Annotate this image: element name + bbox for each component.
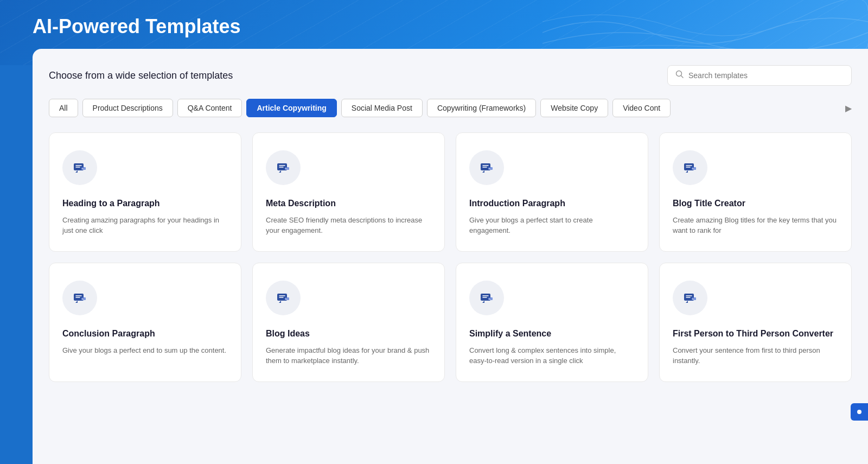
search-input[interactable] (688, 71, 844, 80)
card-icon-wrap (62, 150, 97, 185)
card-title: Meta Description (266, 198, 431, 209)
tab-copywriting-frameworks[interactable]: Copywriting (Frameworks) (427, 99, 536, 117)
card-icon-wrap (469, 281, 504, 315)
tabs-row: AllProduct DescriptionsQ&A ContentArticl… (49, 99, 852, 117)
search-box (667, 65, 852, 86)
template-card-meta-description[interactable]: Meta Description Create SEO friendly met… (252, 132, 445, 252)
cards-grid: Heading to a Paragraph Creating amazing … (49, 132, 852, 382)
tab-video-cont[interactable]: Video Cont (612, 99, 671, 117)
tab-social-media-post[interactable]: Social Media Post (341, 99, 423, 117)
tabs-arrow-right[interactable]: ▶ (845, 103, 852, 113)
tab-website-copy[interactable]: Website Copy (540, 99, 608, 117)
card-title: Heading to a Paragraph (62, 198, 228, 209)
svg-rect-3 (81, 167, 86, 170)
template-card-conclusion-paragraph[interactable]: Conclusion Paragraph Give your blogs a p… (49, 263, 241, 382)
card-description: Generate impactful blog ideas for your b… (266, 345, 431, 366)
svg-rect-9 (692, 167, 696, 170)
card-description: Create amazing Blog titles for the key t… (673, 215, 838, 236)
tab-article-copywriting[interactable]: Article Copywriting (246, 99, 336, 117)
card-title: Blog Ideas (266, 328, 431, 340)
svg-rect-5 (285, 167, 289, 170)
card-title: First Person to Third Person Converter (673, 328, 838, 340)
card-description: Convert long & complex sentences into si… (469, 345, 635, 366)
card-icon-wrap (673, 281, 707, 315)
card-icon-wrap (62, 281, 97, 315)
template-card-simplify-sentence[interactable]: Simplify a Sentence Convert long & compl… (456, 263, 648, 382)
svg-rect-13 (285, 297, 289, 300)
svg-point-18 (857, 410, 861, 414)
svg-rect-17 (692, 297, 696, 300)
card-title: Simplify a Sentence (469, 328, 635, 340)
page-title: AI-Powered Templates (33, 15, 240, 38)
card-title: Introduction Paragraph (469, 198, 635, 209)
template-card-heading-to-paragraph[interactable]: Heading to a Paragraph Creating amazing … (49, 132, 241, 252)
tab-product-descriptions[interactable]: Product Descriptions (82, 99, 173, 117)
card-icon-wrap (673, 150, 707, 185)
tab-qa-content[interactable]: Q&A Content (177, 99, 242, 117)
card-description: Convert your sentence from first to thir… (673, 345, 838, 366)
header-row: Choose from a wide selection of template… (49, 65, 852, 86)
card-icon-wrap (469, 150, 504, 185)
card-description: Give your blogs a perfect end to sum up … (62, 345, 228, 356)
card-description: Creating amazing paragraphs for your hea… (62, 215, 228, 236)
tab-all[interactable]: All (49, 99, 78, 117)
search-icon (675, 70, 684, 81)
svg-rect-11 (81, 297, 86, 300)
template-card-blog-title-creator[interactable]: Blog Title Creator Create amazing Blog t… (659, 132, 852, 252)
card-title: Blog Title Creator (673, 198, 838, 209)
template-card-first-to-third-person[interactable]: First Person to Third Person Converter C… (659, 263, 852, 382)
svg-line-1 (681, 76, 684, 78)
template-card-introduction-paragraph[interactable]: Introduction Paragraph Give your blogs a… (456, 132, 648, 252)
svg-rect-15 (488, 297, 493, 300)
svg-rect-7 (488, 167, 493, 170)
scroll-button[interactable] (851, 403, 868, 421)
card-title: Conclusion Paragraph (62, 328, 228, 340)
template-card-blog-ideas[interactable]: Blog Ideas Generate impactful blog ideas… (252, 263, 445, 382)
card-icon-wrap (266, 150, 301, 185)
card-description: Give your blogs a perfect start to creat… (469, 215, 635, 236)
card-description: Create SEO friendly meta descriptions to… (266, 215, 431, 236)
card-icon-wrap (266, 281, 301, 315)
main-panel: Choose from a wide selection of template… (33, 49, 868, 464)
panel-subtitle: Choose from a wide selection of template… (49, 70, 233, 81)
